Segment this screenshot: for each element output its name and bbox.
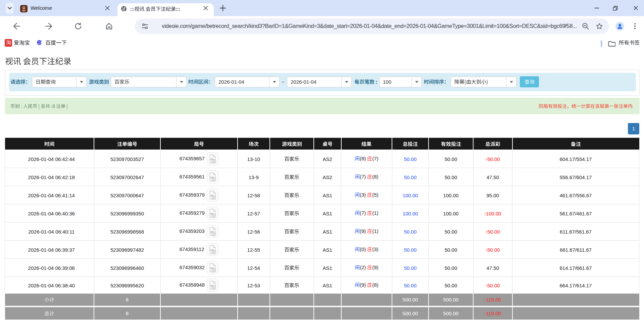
svg-text:du: du: [38, 42, 41, 44]
